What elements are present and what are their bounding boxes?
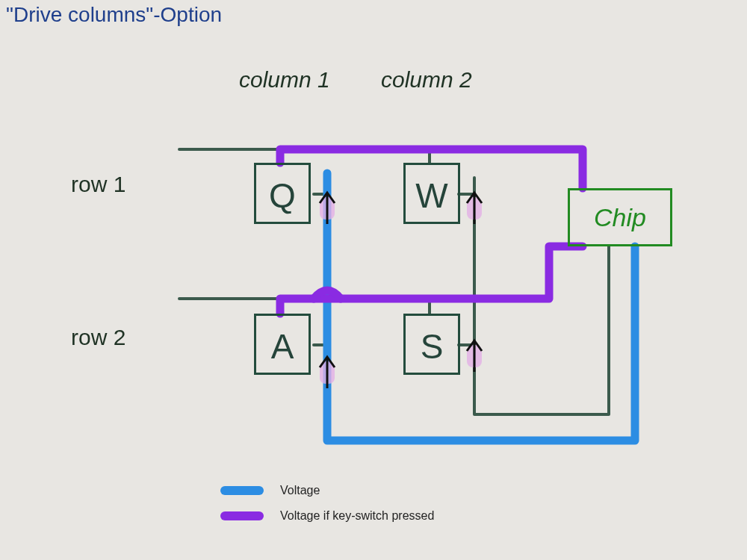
legend-label-voltage: Voltage (280, 484, 320, 497)
key-q: Q (254, 163, 311, 224)
legend-swatch-voltage (220, 486, 264, 495)
wiring-svg (0, 0, 747, 560)
legend-label-voltage-if-pressed: Voltage if key-switch pressed (280, 509, 434, 523)
legend: Voltage Voltage if key-switch pressed (220, 484, 434, 535)
legend-voltage-if-pressed: Voltage if key-switch pressed (220, 509, 434, 523)
key-w: W (403, 163, 460, 224)
diagram-canvas: column 1 column 2 row 1 row 2 (0, 0, 747, 560)
legend-swatch-voltage-if-pressed (220, 511, 264, 520)
chip: Chip (568, 188, 672, 246)
key-s: S (403, 314, 460, 375)
legend-voltage: Voltage (220, 484, 434, 497)
key-a: A (254, 314, 311, 375)
